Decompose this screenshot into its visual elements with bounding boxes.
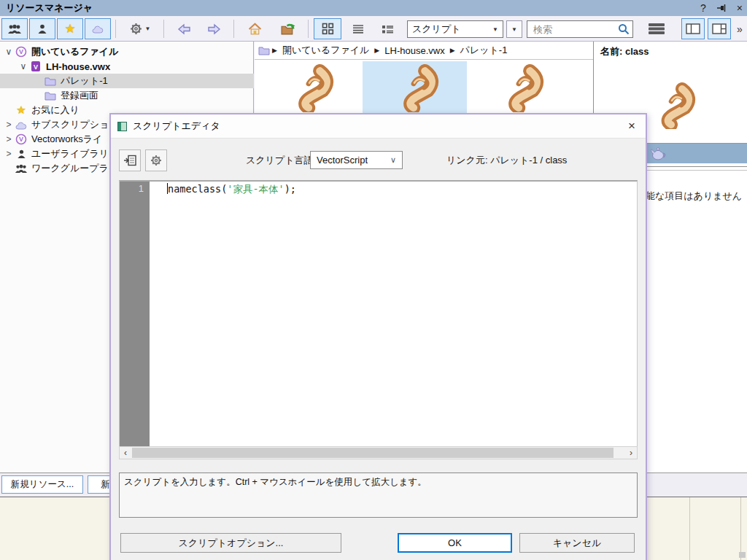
toolbar-separator [233,20,234,38]
chevron-down-icon: ▼ [492,26,498,33]
sidebar-item-label: ワークグループライ [28,162,118,175]
forward-button[interactable] [200,18,228,39]
grid-view-icon [322,23,334,35]
people-group-icon [15,163,28,174]
script-scroll-icon [649,82,696,129]
home-button[interactable] [241,18,268,39]
folder-icon [44,75,57,87]
toolbar-separator [308,20,309,38]
document-arrow-icon [123,155,136,166]
horizontal-scrollbar[interactable]: ‹ › [119,446,638,459]
expander-icon[interactable]: > [3,149,15,159]
editor-panel-button[interactable] [119,149,141,171]
search-field[interactable] [527,20,633,38]
person-icon [15,148,28,160]
close-dialog-button[interactable]: × [628,119,635,133]
list-view-icon [352,24,364,34]
thumbnail-view-button[interactable] [314,18,341,39]
scroll-right-arrow[interactable]: › [625,447,637,459]
search-input[interactable] [533,24,618,35]
home-icon [248,23,262,35]
sidebar-item-lh-house[interactable]: ∨ V LH-house.vwx [0,59,254,74]
code-text: nameclass( [168,183,227,195]
svg-text:V: V [19,136,23,143]
gear-icon [150,155,162,166]
svg-text:V: V [34,63,38,71]
user-resources-button[interactable] [29,18,55,39]
script-language-dropdown[interactable]: VectorScript ∨ [310,151,403,169]
expander-icon[interactable]: ∨ [3,47,15,57]
line-number-gutter: 1 [120,182,150,446]
show-right-panel-button[interactable] [708,18,731,39]
star-icon: ★ [64,21,75,36]
cancel-button[interactable]: キャンセル [519,533,635,553]
sidebar-item-registration[interactable]: 登録画面 [0,88,254,103]
sidebar-item-open-files[interactable]: ∨ V 開いているファイル [0,44,254,59]
code-text: ); [285,183,296,195]
left-panel-icon [686,23,700,34]
breadcrumb-segment[interactable]: 開いているファイル [282,44,369,57]
breadcrumb-arrow-icon: ▶ [374,47,379,54]
detail-view-icon [382,24,394,34]
new-resource-button[interactable]: 新規リソース... [1,475,83,494]
favorites-button[interactable]: ★ [57,18,83,39]
preview-rows-button[interactable] [640,18,673,39]
hint-box: スクリプトを入力します。Ctrl + マウスホイールを使用して拡大します。 [119,472,638,518]
sidebar-item-label: サブスクリプション [28,118,119,131]
detail-view-button[interactable] [374,18,401,39]
chevron-down-icon: ▼ [145,26,151,32]
chevron-down-icon: ∨ [390,155,396,165]
ok-button[interactable]: OK [398,533,512,553]
scrollbar-thumb[interactable] [132,448,614,458]
overflow-chevrons-icon: » [737,23,743,35]
window-title: リソースマネージャ [0,1,93,15]
workgroup-resources-button[interactable] [1,18,28,39]
folder-icon [44,90,57,101]
toolbar-overflow-button[interactable]: » [732,18,747,39]
code-editor[interactable]: 1 nameclass('家具-本体'); [119,180,638,446]
close-window-button[interactable]: × [737,0,743,16]
script-scroll-icon [286,64,334,112]
cloud-button[interactable] [85,18,111,39]
sidebar-item-label: Vectorworksライ [28,133,102,146]
help-button[interactable]: ? [700,0,706,16]
column-divider [740,497,741,560]
back-button[interactable] [171,18,198,39]
rows-icon [648,23,665,35]
expander-icon[interactable]: > [3,134,15,144]
code-string-literal: '家具-本体' [227,183,284,195]
resource-type-dropdown[interactable]: スクリプト ▼ [407,20,503,38]
list-view-button[interactable] [344,18,372,39]
resize-grip[interactable] [739,552,746,558]
star-icon: ★ [15,104,28,116]
gear-icon [130,23,142,35]
import-folder-button[interactable] [274,18,302,39]
filter-dropdown-button[interactable]: ▼ [506,20,522,38]
breadcrumb-segment[interactable]: パレット-1 [460,44,508,57]
script-options-button[interactable]: スクリプトオプション... [120,533,341,553]
column-divider [689,497,690,560]
pin-icon[interactable] [716,3,727,13]
editor-settings-button[interactable] [145,149,167,171]
scroll-left-arrow[interactable]: ‹ [120,447,131,459]
empty-items-text: 能な項目はありません [646,190,742,203]
breadcrumb-segment[interactable]: LH-house.vwx [384,45,444,56]
line-number: 1 [139,183,144,194]
expander-icon[interactable]: ∨ [18,61,29,71]
people-group-icon [7,24,22,34]
settings-dropdown-button[interactable]: ▼ [123,18,158,39]
dialog-title: スクリプトエディタ [133,120,220,133]
dialog-titlebar[interactable]: スクリプトエディタ × [111,114,646,139]
code-area[interactable]: nameclass('家具-本体'); [150,182,637,446]
chevron-down-icon: ▼ [511,26,517,33]
back-arrow-icon [177,23,192,36]
script-language-label: スクリプト言語: [246,154,316,167]
expander-icon[interactable]: > [3,120,15,130]
svg-text:V: V [19,48,23,55]
show-left-panel-button[interactable] [681,18,705,39]
sidebar-item-label: ユーザライブラリ [28,147,109,160]
breadcrumb-arrow-icon: ▶ [450,47,455,54]
sidebar-item-palette-1[interactable]: パレット-1 [0,74,254,88]
right-panel-icon [712,23,727,34]
breadcrumb-arrow-icon: ▶ [272,47,277,54]
